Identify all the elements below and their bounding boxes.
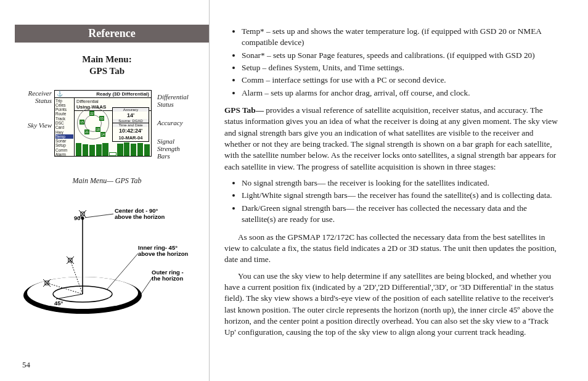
paragraph-3: You can use the sky view to help determi…	[224, 271, 561, 338]
reference-heading: Reference	[15, 25, 209, 43]
section-title-l1: Main Menu:	[82, 54, 131, 64]
main-content: Temp* – sets up and shows the water temp…	[210, 0, 588, 381]
paragraph-2: As soon as the GPSMAP 172/172C has colle…	[224, 232, 561, 266]
menu-column: TripCelesPointsRouteTrackDSCCardHwyTempS…	[55, 98, 75, 157]
bullet-comm: Comm – interface settings for use with a…	[242, 75, 561, 86]
bullet-sonar: Sonar* – sets up Sonar Page features, sp…	[242, 50, 561, 61]
callout-sky-view: Sky View	[17, 121, 52, 129]
sidebar: Reference Main Menu: GPS Tab ⚓ Ready (3D…	[0, 0, 210, 381]
svg-line-17	[85, 214, 113, 218]
stage-no-bars: No signal strength bars— the receiver is…	[242, 178, 561, 189]
bullet-setup: Setup – defines System, Units, and Time …	[242, 62, 561, 73]
gps-tab-text: provides a visual reference of satellite…	[224, 105, 558, 171]
callout-signal-bars: SignalStrengthBars	[157, 137, 180, 160]
accuracy-value: 14'	[113, 112, 149, 119]
bullet-temp: Temp* – sets up and shows the water temp…	[242, 26, 561, 49]
time-value: 10:42:24'	[113, 127, 149, 134]
bullet-list-stages: No signal strength bars— the receiver is…	[242, 178, 561, 225]
time-panel: Time and Date 10:42:24' 10-MAR-04	[112, 123, 149, 142]
titlebar-left: ⚓	[57, 91, 63, 97]
page-number: 54	[22, 360, 30, 370]
signal-bars: 01 03 06 14 15 16 18 21 22 25 30	[76, 140, 150, 156]
accuracy-panel: Accuracy 14' Source: DGAD	[112, 107, 149, 123]
label-45deg: 45°	[54, 300, 63, 307]
figure-horizon: 90° Center dot - 90°above the horizon In…	[15, 203, 199, 323]
stage-light-bars: Light/White signal strength bars— the re…	[242, 190, 561, 201]
label-center-dot: Center dot - 90°above the horizon	[115, 208, 165, 221]
bullet-list-top: Temp* – sets up and shows the water temp…	[242, 26, 561, 99]
figure-gps-tab: ⚓ Ready (3D Differential) TripCelesPoint…	[18, 88, 195, 171]
label-inner-ring: Inner ring- 45°above the horizon	[138, 245, 188, 258]
label-outer-ring: Outer ring -the horizon	[152, 269, 184, 283]
stage-dark-bars: Dark/Green signal strength bars— the rec…	[242, 203, 561, 226]
callout-differential-status: DifferentialStatus	[157, 93, 189, 108]
gps-screenshot: ⚓ Ready (3D Differential) TripCelesPoint…	[54, 90, 152, 157]
gps-tab-paragraph: GPS Tab— provides a visual reference of …	[224, 105, 561, 173]
figure1-caption: Main Menu— GPS Tab	[15, 176, 199, 186]
callout-accuracy: Accuracy	[157, 119, 183, 126]
section-title: Main Menu: GPS Tab	[15, 54, 199, 77]
gps-tab-lead: GPS Tab—	[224, 105, 264, 115]
label-90deg: 90°	[74, 215, 83, 222]
bullet-alarm: Alarm – sets up alarms for anchor drag, …	[242, 88, 561, 99]
titlebar-right: Ready (3D Differential)	[96, 91, 149, 97]
svg-line-19	[137, 277, 153, 300]
diff-label: Differential	[76, 99, 99, 104]
sky-view: 15 22 03 21 18 14	[77, 107, 109, 139]
section-title-l2: GPS Tab	[89, 66, 125, 76]
callout-receiver-status: ReceiverStatus	[17, 89, 52, 104]
